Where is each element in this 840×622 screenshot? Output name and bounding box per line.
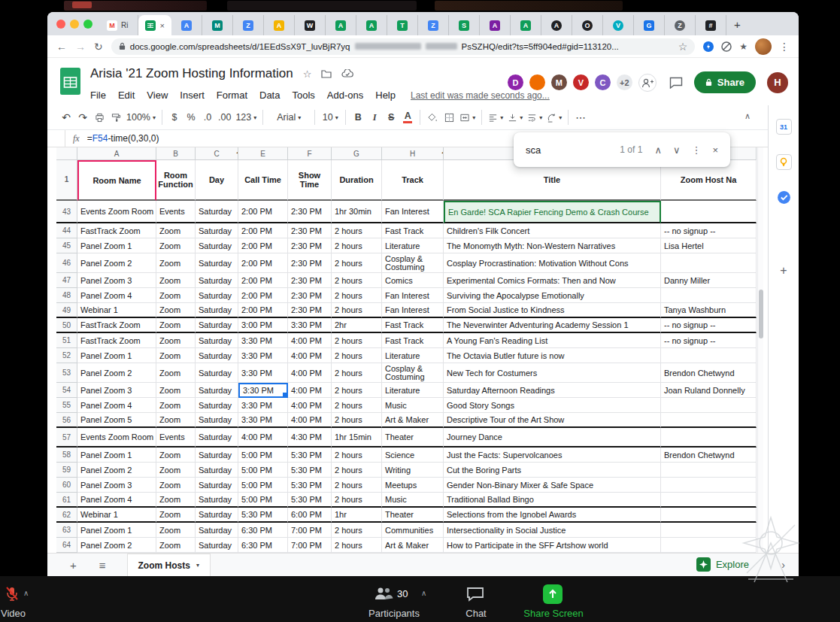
window-minimize-button[interactable] (70, 20, 79, 29)
cell-J54[interactable]: Saturday Afternoon Readings (444, 383, 661, 398)
cell-C43[interactable]: Saturday (196, 201, 238, 223)
participants-button-label[interactable]: Participants (352, 608, 436, 619)
cell-A52[interactable]: Panel Zoom 1 (77, 348, 156, 363)
find-options-icon[interactable]: ⋮ (691, 144, 701, 156)
cell-B54[interactable]: Zoom (156, 383, 196, 398)
cell-A48[interactable]: Panel Zoom 4 (77, 288, 156, 303)
menu-insert[interactable]: Insert (174, 88, 211, 102)
cell-E61[interactable]: 5:00 PM (238, 493, 288, 508)
browser-tab[interactable]: # (696, 15, 726, 35)
participant-video-thumbnail[interactable] (227, 1, 417, 11)
cell-B63[interactable]: Zoom (156, 523, 196, 538)
cell-C47[interactable]: Saturday (196, 273, 238, 288)
cell-A53[interactable]: Panel Zoom 2 (77, 363, 156, 383)
row-header-47[interactable]: 47 (56, 273, 77, 288)
cell-F52[interactable]: 4:00 PM (288, 348, 332, 363)
cell-G57[interactable]: 1hr 15min (332, 428, 382, 448)
menu-data[interactable]: Data (253, 88, 286, 102)
row-header-48[interactable]: 48 (56, 288, 77, 303)
sheet-tab-zoom-hosts[interactable]: Zoom Hosts ▾ (127, 554, 211, 576)
cell-K53[interactable]: Brendon Chetwynd (661, 363, 757, 383)
cell-F57[interactable]: 4:30 PM (288, 428, 332, 448)
all-sheets-button[interactable]: ≡ (99, 559, 106, 572)
cell-H52[interactable]: Literature (382, 348, 444, 363)
row-header-60[interactable]: 60 (56, 478, 77, 493)
cell-H51[interactable]: Fast Track (382, 333, 444, 348)
cell-K49[interactable]: Tanya Washburn (661, 303, 757, 318)
row-header-43[interactable]: 43 (56, 201, 77, 223)
cell-G52[interactable]: 2 hours (332, 348, 382, 363)
toolbar-text-rotation-button[interactable]: ▾ (544, 108, 564, 126)
cell-E59[interactable]: 5:00 PM (238, 463, 288, 478)
cell-K59[interactable] (661, 463, 757, 478)
cell-B62[interactable]: Zoom (156, 508, 196, 523)
row-header-55[interactable]: 55 (56, 398, 77, 413)
column-header-C[interactable]: C◄► (196, 147, 238, 160)
bookmark-star-icon[interactable]: ☆ (678, 41, 688, 52)
cell-F53[interactable]: 4:00 PM (288, 363, 332, 383)
row-header-44[interactable]: 44 (56, 223, 77, 238)
cell-B57[interactable]: Events (156, 428, 196, 448)
reload-icon[interactable]: ↻ (94, 41, 103, 52)
menu-file[interactable]: File (84, 88, 112, 102)
cell-A44[interactable]: FastTrack Zoom (77, 223, 156, 238)
cell-C51[interactable]: Saturday (196, 333, 238, 348)
cell-G45[interactable]: 2 hours (332, 238, 382, 253)
cell-E51[interactable]: 3:30 PM (238, 333, 288, 348)
row-header-62[interactable]: 62 (56, 508, 77, 523)
cell-E46[interactable]: 2:00 PM (238, 253, 288, 273)
cell-E45[interactable]: 2:00 PM (238, 238, 288, 253)
cell-B60[interactable]: Zoom (156, 478, 196, 493)
cell-F55[interactable]: 4:00 PM (288, 398, 332, 413)
cell-A58[interactable]: Panel Zoom 1 (77, 448, 156, 463)
cell-E50[interactable]: 3:00 PM (238, 318, 288, 333)
row-header-56[interactable]: 56 (56, 413, 77, 428)
cell-A61[interactable]: Panel Zoom 4 (77, 493, 156, 508)
collaborator-avatar[interactable]: +2 (615, 73, 634, 92)
cell-F47[interactable]: 2:30 PM (288, 273, 332, 288)
cell-A57[interactable]: Events Zoom Room (77, 428, 156, 448)
cell-C54[interactable]: Saturday (196, 383, 238, 398)
window-zoom-button[interactable] (83, 20, 92, 29)
row-header-53[interactable]: 53 (56, 363, 77, 383)
cell-H63[interactable]: Communities (382, 523, 444, 538)
cell-H45[interactable]: Literature (382, 238, 444, 253)
cell-H56[interactable]: Art & Maker (382, 413, 444, 428)
cell-J49[interactable]: From Social Justice to Kindness (444, 303, 661, 318)
cell-H53[interactable]: Cosplay & Costuming (382, 363, 444, 383)
cell-B50[interactable]: Zoom (156, 318, 196, 333)
row-header-64[interactable]: 64 (56, 538, 77, 553)
browser-tab[interactable]: A (480, 15, 511, 35)
find-query[interactable]: sca (526, 144, 541, 156)
cell-G51[interactable]: 2 hours (332, 333, 382, 348)
header-cell-H1[interactable]: Track (382, 160, 444, 201)
menu-edit[interactable]: Edit (112, 88, 141, 102)
toolbar-number-format-button[interactable]: 123▾ (233, 108, 259, 126)
menu-format[interactable]: Format (211, 88, 253, 102)
header-cell-G1[interactable]: Duration (332, 160, 382, 201)
browser-tab[interactable]: M (202, 15, 233, 35)
browser-tab[interactable]: A (171, 15, 202, 35)
video-button-label[interactable]: Video (1, 608, 26, 619)
cell-C62[interactable]: Saturday (196, 508, 238, 523)
cell-K43[interactable] (661, 201, 757, 223)
cell-K60[interactable] (661, 478, 757, 493)
cell-E56[interactable]: 3:30 PM (238, 413, 288, 428)
cell-K52[interactable] (661, 348, 757, 363)
cell-E43[interactable]: 2:00 PM (238, 201, 288, 223)
toolbar-text-wrap-button[interactable]: ▾ (525, 108, 544, 126)
row-header-59[interactable]: 59 (56, 463, 77, 478)
cell-B47[interactable]: Zoom (156, 273, 196, 288)
cell-K46[interactable] (661, 253, 757, 273)
cell-H44[interactable]: Fast Track (382, 223, 444, 238)
cell-B49[interactable]: Zoom (156, 303, 196, 318)
cell-F62[interactable]: 6:00 PM (288, 508, 332, 523)
cell-G53[interactable]: 2 hours (332, 363, 382, 383)
toolbar-fill-color-button[interactable] (424, 108, 441, 126)
calendar-panel-icon[interactable]: 31 (776, 119, 792, 135)
cell-K54[interactable]: Joan Ruland Donnelly (661, 383, 757, 398)
cell-J44[interactable]: Children's Filk Concert (444, 223, 661, 238)
toolbar-increase-decimals-button[interactable]: .00 (216, 108, 233, 126)
cell-G61[interactable]: 2 hours (332, 493, 382, 508)
participants-icon[interactable] (374, 586, 393, 601)
